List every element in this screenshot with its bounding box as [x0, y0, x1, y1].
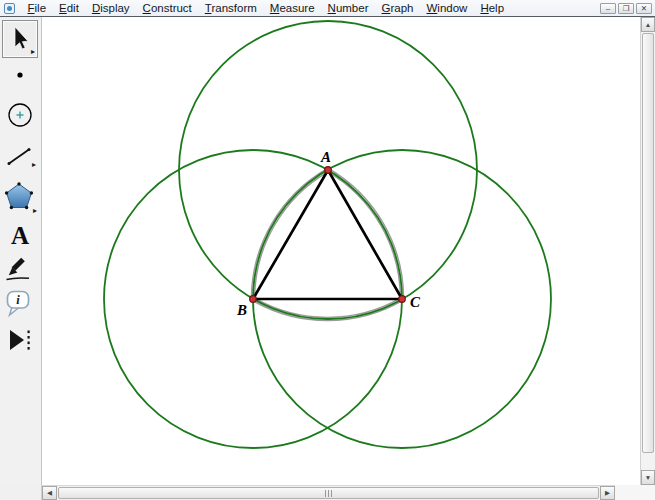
vertical-scrollbar: ▲ ▼	[640, 17, 655, 485]
minimize-button[interactable]: –	[600, 3, 616, 14]
sketch-canvas[interactable]: ABC	[42, 17, 640, 485]
menu-construct[interactable]: Construct	[136, 1, 198, 16]
point-icon	[0, 63, 40, 87]
bottom-right-corner	[615, 485, 655, 500]
triangle-ABC[interactable]	[253, 170, 402, 299]
selection-arrow-tool[interactable]: ▸	[2, 20, 38, 58]
reuleaux-triangle-band[interactable]	[253, 170, 402, 319]
scroll-right-button[interactable]: ▶	[600, 486, 615, 500]
menu-edit[interactable]: Edit	[53, 1, 86, 16]
scroll-down-button[interactable]: ▼	[641, 470, 655, 485]
scroll-up-button[interactable]: ▲	[641, 17, 655, 32]
reuleaux-triangle-core	[253, 170, 402, 319]
geometry-sketch: ABC	[42, 17, 640, 485]
polygon-tool[interactable]: ▸	[0, 181, 40, 215]
svg-text:i: i	[16, 293, 20, 307]
horizontal-scroll-track[interactable]	[57, 486, 600, 500]
bottom-left-corner	[0, 485, 42, 500]
down-arrow-icon: ▼	[645, 474, 651, 481]
restore-button[interactable]: ❐	[618, 3, 634, 14]
close-button[interactable]: ✕	[636, 3, 652, 14]
straightedge-tool[interactable]: ▸	[0, 142, 40, 170]
point-tool[interactable]	[0, 63, 40, 87]
marker-tool[interactable]	[0, 254, 40, 284]
document-icon[interactable]	[4, 3, 15, 14]
window-controls: – ❐ ✕	[600, 3, 655, 14]
label-B[interactable]: B	[236, 302, 247, 318]
menu-bar: File Edit Display Construct Transform Me…	[0, 0, 655, 17]
vertical-scroll-track[interactable]	[641, 32, 655, 470]
circle-icon	[0, 101, 40, 129]
info-bubble-icon: i	[0, 287, 40, 319]
menu-window[interactable]: Window	[420, 1, 474, 16]
menu-help[interactable]: Help	[474, 1, 511, 16]
point-A[interactable]	[325, 167, 332, 174]
sketchpad-window: File Edit Display Construct Transform Me…	[0, 0, 655, 500]
text-tool[interactable]: A	[0, 221, 40, 251]
point-B[interactable]	[250, 296, 257, 303]
compass-tool[interactable]	[0, 101, 40, 129]
flyout-arrow-icon: ▸	[33, 207, 37, 215]
marker-pen-icon	[0, 254, 40, 284]
right-arrow-icon: ▶	[605, 489, 610, 497]
menu-measure[interactable]: Measure	[263, 1, 321, 16]
left-arrow-icon: ◀	[47, 489, 52, 497]
label-A[interactable]: A	[320, 149, 331, 165]
information-tool[interactable]: i	[0, 287, 40, 319]
letter-a-icon: A	[11, 222, 29, 250]
horizontal-scrollbar: ◀ ▶	[42, 485, 615, 500]
custom-tool-icon	[0, 323, 40, 355]
label-C[interactable]: C	[410, 294, 421, 310]
flyout-arrow-icon: ▸	[31, 48, 35, 56]
menu-graph[interactable]: Graph	[375, 1, 420, 16]
tool-palette: ▸ ▸	[0, 17, 42, 485]
scroll-left-button[interactable]: ◀	[42, 486, 57, 500]
horizontal-scroll-thumb[interactable]	[58, 487, 599, 499]
point-C[interactable]	[399, 296, 406, 303]
flyout-arrow-icon: ▸	[32, 161, 36, 169]
up-arrow-icon: ▲	[645, 21, 651, 28]
menu-transform[interactable]: Transform	[198, 1, 263, 16]
menu-number[interactable]: Number	[321, 1, 375, 16]
menu-file[interactable]: File	[21, 1, 53, 16]
bottom-bar: ◀ ▶	[0, 485, 655, 500]
custom-tool[interactable]	[0, 323, 40, 355]
menu-display[interactable]: Display	[85, 1, 136, 16]
thumb-grip-icon	[325, 490, 332, 497]
vertical-scroll-thumb[interactable]	[642, 33, 654, 453]
